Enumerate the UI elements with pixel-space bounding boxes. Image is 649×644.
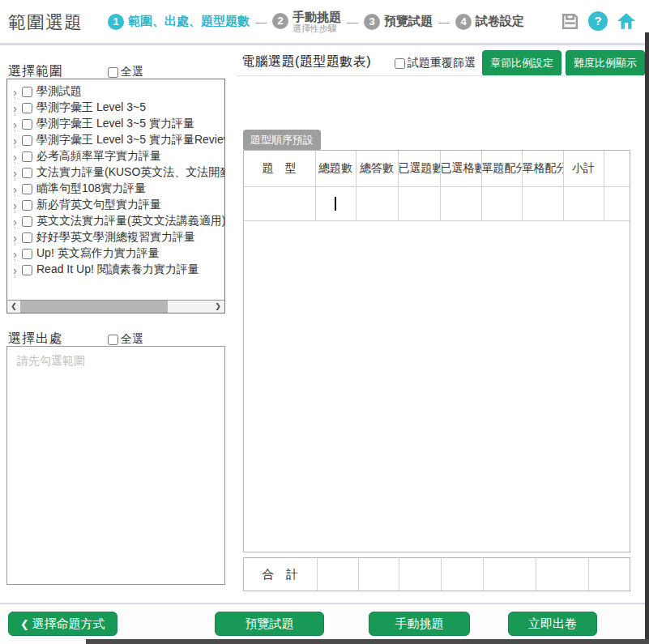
col-total-questions: 總題數	[315, 151, 356, 186]
range-select-all[interactable]: 全選	[108, 65, 143, 79]
chevron-right-icon[interactable]	[10, 168, 20, 178]
scrollbar-thumb[interactable]	[20, 301, 168, 313]
range-checkbox[interactable]	[22, 249, 32, 259]
total-cell	[536, 558, 588, 591]
range-checkbox[interactable]	[22, 184, 32, 194]
preview-questions-button[interactable]: 預覽試題	[215, 612, 324, 636]
tree-item[interactable]: 好好學英文學測總複習實力評量	[10, 229, 224, 245]
manual-pick-button[interactable]: 手動挑題	[369, 612, 470, 636]
tree-item[interactable]: 文法實力評量(KUSO英文法、文法開麥拉	[10, 164, 224, 181]
tree-item[interactable]: Up! 英文寫作力實力評量	[10, 245, 224, 262]
range-checkbox[interactable]	[22, 135, 32, 146]
cell-extra[interactable]	[604, 186, 630, 220]
tree-item[interactable]: 學測字彙王 Level 3~5 實力評量Review	[10, 132, 224, 148]
cell-selected-questions[interactable]	[398, 186, 440, 220]
top-header: 範圍選題 1 範圍、出處、題型題數 — 2 手動挑題 選擇性步驟 — 3 預覽試…	[0, 0, 649, 43]
range-checkbox[interactable]	[22, 119, 32, 130]
question-order-tag[interactable]: 題型順序預設	[243, 130, 321, 151]
chevron-right-icon[interactable]	[10, 216, 20, 227]
source-select-all[interactable]: 全選	[108, 332, 143, 347]
total-label-cell: 合 計	[244, 558, 317, 591]
text-caret	[335, 197, 336, 211]
range-checkbox[interactable]	[22, 87, 32, 97]
scroll-left-icon[interactable]	[7, 301, 20, 313]
chevron-right-icon[interactable]	[10, 249, 20, 259]
tree-item[interactable]: 學測字彙王 Level 3~5	[10, 100, 224, 116]
range-item-label: 文法實力評量(KUSO英文法、文法開麥拉	[36, 165, 224, 180]
duplicate-filter-checkbox[interactable]	[395, 58, 405, 69]
step-3-badge: 3	[364, 14, 380, 30]
tree-item[interactable]: 新必背英文句型實力評量	[10, 197, 224, 213]
range-checkbox[interactable]	[22, 265, 32, 275]
horizontal-scrollbar[interactable]	[7, 300, 224, 313]
step-4-paper-settings[interactable]: 4 試卷設定	[455, 14, 524, 30]
chevron-right-icon[interactable]	[10, 200, 20, 211]
back-to-method-button[interactable]: 選擇命題方式	[8, 612, 117, 636]
tree-item[interactable]: 學測字彙王 Level 3~5 實力評量	[10, 116, 224, 132]
chevron-right-icon[interactable]	[10, 103, 20, 113]
range-item-label: 學測字彙王 Level 3~5	[36, 100, 146, 115]
chevron-right-icon[interactable]	[10, 265, 20, 275]
chapter-ratio-button[interactable]: 章節比例設定	[482, 50, 561, 76]
source-section-title: 選擇出處	[8, 331, 63, 348]
cell-points-per-blank[interactable]	[522, 186, 563, 220]
cell-question-type[interactable]	[244, 186, 315, 220]
range-checkbox[interactable]	[22, 168, 32, 178]
tree-item[interactable]: 瞄準句型108實力評量	[10, 181, 224, 197]
tree-item[interactable]: Read It Up! 閱讀素養力實力評量	[10, 262, 224, 278]
generate-paper-button[interactable]: 立即出卷	[508, 612, 597, 636]
range-section-title: 選擇範圍	[8, 63, 63, 80]
step-separator: —	[347, 15, 358, 28]
range-checkbox[interactable]	[22, 103, 32, 113]
range-item-label: 好好學英文學測總複習實力評量	[36, 230, 195, 245]
col-extra	[604, 151, 630, 186]
table-row	[244, 186, 630, 220]
col-points-per-blank: 單格配分	[522, 151, 563, 186]
chevron-right-icon[interactable]	[10, 184, 20, 194]
range-checkbox[interactable]	[22, 151, 32, 162]
cell-total-questions[interactable]	[315, 186, 356, 220]
scrollbar-track[interactable]	[20, 301, 211, 313]
total-cell	[483, 558, 536, 591]
chevron-right-icon[interactable]	[10, 151, 20, 162]
col-question-type: 題 型	[244, 151, 315, 186]
chevron-right-icon[interactable]	[10, 232, 20, 243]
range-item-label: 瞄準句型108實力評量	[36, 181, 146, 196]
step-1-badge: 1	[108, 14, 124, 30]
chevron-right-icon[interactable]	[10, 135, 20, 146]
col-selected-blanks: 已選格數	[440, 151, 481, 186]
step-2-badge: 2	[272, 13, 288, 29]
cell-total-answers[interactable]	[356, 186, 398, 220]
cell-subtotal[interactable]	[563, 186, 604, 220]
chevron-right-icon[interactable]	[10, 119, 20, 130]
tree-item[interactable]: 必考高頻率單字實力評量	[10, 148, 224, 164]
step-3-preview[interactable]: 3 預覽試題	[364, 14, 433, 30]
help-icon[interactable]	[587, 11, 608, 32]
cell-points-per-question[interactable]	[481, 186, 522, 220]
range-item-label: 新必背英文句型實力評量	[36, 198, 161, 212]
tree-item[interactable]: 學測試題	[10, 83, 224, 100]
duplicate-filter[interactable]: 試題重覆篩選	[395, 56, 476, 70]
tree-item[interactable]: 英文文法實力評量(英文文法講義適用)	[10, 213, 224, 229]
range-checkbox[interactable]	[22, 216, 32, 227]
difficulty-ratio-button[interactable]: 難度比例顯示	[566, 50, 645, 76]
col-selected-questions: 已選題數	[398, 151, 440, 186]
range-item-label: 英文文法實力評量(英文文法講義適用)	[36, 214, 224, 228]
step-indicator: 1 範圍、出處、題型題數 — 2 手動挑題 選擇性步驟 — 3 預覽試題 — 4…	[108, 0, 524, 43]
scroll-right-icon[interactable]	[211, 301, 224, 313]
save-icon[interactable]	[559, 11, 580, 32]
chevron-right-icon[interactable]	[10, 87, 20, 97]
cell-selected-blanks[interactable]	[440, 186, 481, 220]
range-item-label: 學測字彙王 Level 3~5 實力評量Review	[36, 133, 224, 147]
range-checkbox[interactable]	[22, 200, 32, 211]
step-2-manual-pick[interactable]: 2 手動挑題 選擇性步驟	[272, 10, 341, 34]
range-checkbox[interactable]	[22, 232, 32, 243]
source-select-all-label: 全選	[121, 332, 143, 347]
source-select-all-checkbox[interactable]	[108, 335, 118, 345]
range-select-all-checkbox[interactable]	[108, 67, 118, 78]
step-separator: —	[255, 15, 267, 28]
step-1-range[interactable]: 1 範圍、出處、題型題數	[108, 14, 250, 30]
col-points-per-question: 單題配分	[481, 151, 522, 186]
range-item-label: Up! 英文寫作力實力評量	[36, 246, 160, 261]
home-icon[interactable]	[616, 11, 637, 32]
